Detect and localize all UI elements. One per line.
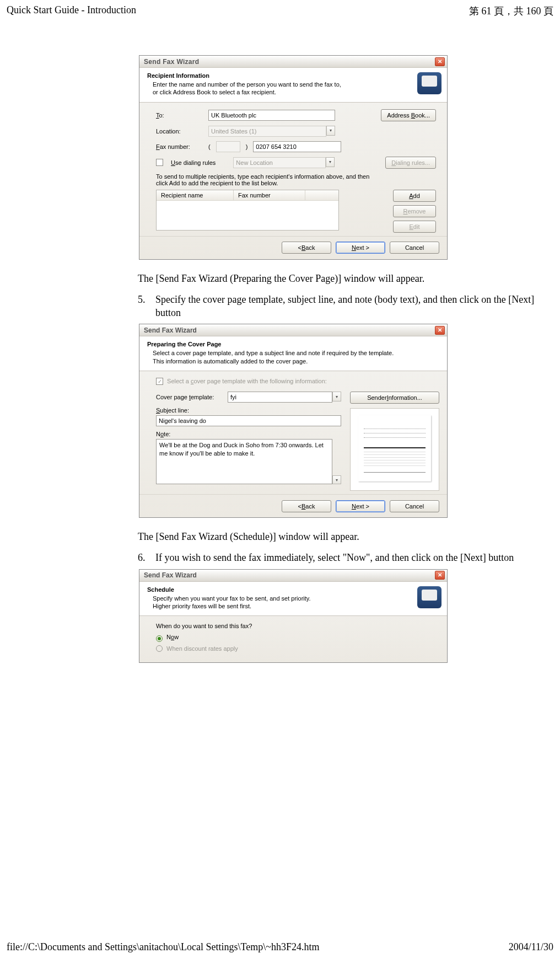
wizard-header: Recipient Information Enter the name and…: [139, 68, 447, 103]
chevron-down-icon[interactable]: ▾: [326, 126, 335, 136]
to-input[interactable]: UK Bluetooth plc: [208, 110, 335, 121]
wizard-header: Schedule Specify when you want your fax …: [139, 582, 447, 617]
printer-icon: [417, 72, 441, 94]
cover-preview: [350, 408, 439, 491]
recipients-table[interactable]: Recipient name Fax number: [156, 190, 339, 231]
document-content: Send Fax Wizard ✕ Recipient Information …: [138, 55, 543, 663]
printer-icon: [417, 586, 441, 608]
paragraph-after-img2: The [Send Fax Wizard (Schedule)] window …: [138, 530, 543, 543]
chevron-down-icon[interactable]: ▾: [332, 392, 341, 401]
header-right: 第 61 頁，共 160 頁: [469, 4, 553, 18]
use-rules-label: Use dialing rules: [171, 159, 216, 166]
chevron-down-icon[interactable]: ▾: [326, 157, 335, 167]
use-rules-checkbox[interactable]: [156, 159, 163, 166]
step6-number: 6.: [138, 551, 149, 564]
back-button[interactable]: < Back: [282, 500, 331, 512]
scroll-down-icon[interactable]: ▾: [332, 475, 341, 484]
schedule-question: When do you want to send this fax?: [156, 623, 436, 629]
paragraph-after-img1: The [Send Fax Wizard (Preparing the Cove…: [138, 272, 543, 285]
radio-now-label: Now: [166, 634, 179, 640]
sender-info-button[interactable]: Sender Information...: [350, 392, 439, 404]
page-footer: file://C:\Documents and Settings\anitach…: [7, 941, 553, 953]
back-button[interactable]: < Back: [282, 242, 331, 254]
edit-button: Edit: [393, 221, 436, 233]
note-textarea[interactable]: We'll be at the Dog and Duck in Soho fro…: [156, 439, 332, 484]
radio-discount[interactable]: [156, 645, 163, 652]
wizard-cover-page: Send Fax Wizard ✕ Preparing the Cover Pa…: [139, 324, 448, 518]
step5-text: Specify the cover page template, subject…: [155, 293, 543, 320]
wizard-sub1: Specify when you want your fax to be sen…: [147, 595, 311, 602]
fax-number-input[interactable]: 0207 654 3210: [253, 141, 341, 152]
wizard-sub2: or click Address Book to select a fax re…: [147, 88, 341, 96]
new-location-select: New Location: [233, 157, 326, 168]
step6-text: If you wish to send the fax immediately,…: [155, 551, 543, 564]
wizard-heading: Schedule: [147, 586, 311, 593]
radio-now[interactable]: [156, 635, 163, 642]
next-button[interactable]: Next >: [336, 500, 385, 512]
wizard-sub2: Higher priority faxes will be sent first…: [147, 602, 311, 610]
wizard-titlebar: Send Fax Wizard ✕: [139, 56, 447, 68]
wizard-titlebar: Send Fax Wizard ✕: [139, 570, 447, 582]
subject-label: Subject line:: [156, 407, 341, 414]
wizard-recipient-info: Send Fax Wizard ✕ Recipient Information …: [139, 55, 448, 260]
multi-recipient-note2: click Add to add the recipient to the li…: [156, 180, 436, 186]
address-book-button[interactable]: Address Book...: [381, 109, 436, 121]
fax-area-input: [216, 141, 240, 152]
col-fax-number: Fax number: [234, 190, 305, 200]
location-input: United States (1): [208, 126, 326, 137]
dialing-rules-button: Dialing rules...: [385, 157, 436, 169]
cancel-button[interactable]: Cancel: [390, 242, 439, 254]
wizard-title: Send Fax Wizard: [144, 571, 197, 579]
add-button[interactable]: Add: [393, 190, 436, 202]
cancel-button[interactable]: Cancel: [390, 500, 439, 512]
subject-input[interactable]: Nigel's leaving do: [156, 415, 341, 426]
wizard-title: Send Fax Wizard: [144, 326, 197, 334]
note-label: Note:: [156, 431, 341, 437]
wizard-heading: Recipient Information: [147, 72, 341, 79]
wizard-sub1: Select a cover page template, and type a…: [147, 349, 394, 357]
next-button[interactable]: Next >: [336, 242, 385, 254]
radio-discount-label: When discount rates apply: [166, 645, 238, 652]
fax-label: Fax number:: [156, 143, 203, 150]
wizard-sub2: This information is automatically added …: [147, 357, 394, 365]
template-label: Cover page template:: [156, 394, 222, 400]
footer-right: 2004/11/30: [509, 941, 553, 953]
wizard-sub1: Enter the name and number of the person …: [147, 81, 341, 88]
close-icon[interactable]: ✕: [435, 326, 445, 335]
wizard-header: Preparing the Cover Page Select a cover …: [139, 336, 447, 371]
header-left: Quick Start Guide - Introduction: [7, 4, 136, 18]
footer-left: file://C:\Documents and Settings\anitach…: [7, 941, 319, 953]
step5-number: 5.: [138, 293, 149, 320]
multi-recipient-note1: To send to multiple recipients, type eac…: [156, 173, 436, 180]
close-icon[interactable]: ✕: [435, 57, 445, 66]
page-header: Quick Start Guide - Introduction 第 61 頁，…: [0, 0, 560, 22]
location-label: Location:: [156, 128, 203, 135]
wizard-titlebar: Send Fax Wizard ✕: [139, 324, 447, 336]
wizard-heading: Preparing the Cover Page: [147, 341, 394, 347]
wizard-title: Send Fax Wizard: [144, 58, 199, 66]
to-label: To:: [156, 112, 203, 119]
wizard-schedule: Send Fax Wizard ✕ Schedule Specify when …: [139, 569, 448, 663]
select-cover-checkbox: ✓: [156, 378, 163, 385]
template-select[interactable]: fyi: [228, 392, 332, 403]
remove-button: Remove: [393, 205, 436, 217]
col-recipient-name: Recipient name: [157, 190, 234, 200]
select-cover-label: Select a cover page template with the fo…: [167, 378, 327, 384]
close-icon[interactable]: ✕: [435, 571, 445, 580]
